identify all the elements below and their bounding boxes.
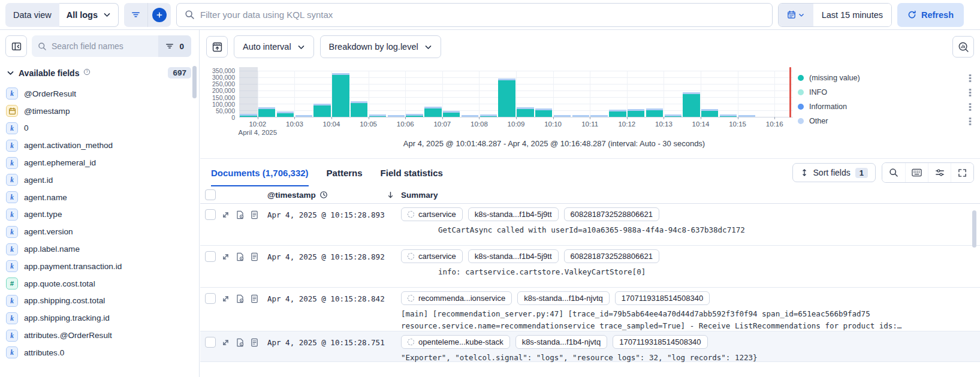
document-row[interactable]: Apr 4, 2025 @ 10:15:28.892 cartservicek8… [200,246,980,288]
histogram-bar[interactable] [646,108,663,117]
row-checkbox[interactable] [205,337,216,348]
expand-document-icon[interactable] [221,294,230,303]
histogram-bar[interactable] [720,114,737,117]
histogram-bar[interactable] [701,109,718,117]
field-search[interactable]: 0 [32,35,191,57]
histogram-bar[interactable] [480,114,497,117]
field-item[interactable]: k app.label.name [6,240,191,258]
histogram-bar[interactable] [424,107,441,117]
collapse-sidebar-button[interactable] [5,35,27,57]
histogram-bar[interactable] [462,115,478,117]
sort-direction-icon[interactable] [386,191,395,200]
summary-badge[interactable]: 1707119318514508340 [615,291,710,305]
kql-input[interactable] [200,10,764,20]
interval-dropdown[interactable]: Auto interval [234,35,314,58]
keyboard-icon[interactable] [905,163,928,182]
data-view-picker[interactable]: All logs [59,3,119,27]
histogram-bar[interactable] [498,79,515,117]
display-options-icon[interactable] [928,163,951,182]
histogram-bar[interactable] [277,111,294,117]
histogram-bar[interactable] [258,107,275,117]
select-all-checkbox[interactable] [205,189,216,200]
row-checkbox[interactable] [205,251,216,262]
summary-badge[interactable]: cartservice [401,249,463,263]
tab-documents[interactable]: Documents (1,706,332) [211,159,309,186]
data-view-control[interactable]: Data view All logs [5,3,119,27]
field-search-input[interactable] [52,41,153,51]
expand-document-icon[interactable] [221,338,230,347]
summary-badge[interactable]: k8s-standa...f1b4-5j9tt [468,249,559,263]
field-item[interactable]: k app.payment.transaction.id [6,258,191,275]
summary-badge[interactable]: k8s-standa...f1b4-njvtq [517,291,610,305]
histogram-bar[interactable] [388,115,405,117]
histogram-plot[interactable]: 10:02 10:03 10:04 10:05 10:06 10:07 10:0… [239,71,793,117]
field-item[interactable]: k attributes.0 [6,344,191,361]
field-item[interactable]: @timestamp [6,102,191,120]
sidebar-scrollbar[interactable] [192,66,197,98]
summary-badge[interactable]: openteleme...kube-stack [401,335,510,349]
histogram-bar[interactable] [240,114,257,117]
summary-badge[interactable]: 1707119318514508340 [613,335,707,349]
histogram-bar[interactable] [517,107,533,117]
breakdown-dropdown[interactable]: Breakdown by log.level [320,35,441,58]
histogram-bar[interactable] [683,92,699,117]
summary-badge[interactable]: recommenda...ionservice [401,291,512,305]
field-item[interactable]: # app.quote.cost.total [6,275,191,292]
histogram-bar[interactable] [554,115,571,117]
doc-viewer-icon[interactable] [250,252,259,261]
histogram-bar[interactable] [332,73,349,117]
histogram-bar[interactable] [665,114,682,117]
legend-actions-icon[interactable] [967,117,973,126]
doc-viewer-icon[interactable] [250,210,259,219]
legend-item[interactable]: Information [798,99,973,114]
grid-scrollbar[interactable] [972,210,976,248]
field-item[interactable]: k app.shipping.cost.total [6,292,191,310]
summary-column-header[interactable]: Summary [401,191,438,200]
summary-badge[interactable]: 6082818732528806621 [564,249,659,263]
histogram-bar[interactable] [738,115,755,117]
histogram-bar[interactable] [313,104,330,117]
degraded-doc-icon[interactable] [236,294,245,303]
row-checkbox[interactable] [205,293,216,304]
legend-item[interactable]: Other [798,114,973,128]
tab-patterns[interactable]: Patterns [327,159,363,186]
legend-item[interactable]: INFO [798,85,973,99]
legend-actions-icon[interactable] [967,102,973,111]
summary-badge[interactable]: k8s-standa...f1b4-5j9tt [468,207,559,221]
fullscreen-icon[interactable] [951,163,973,182]
filter-icon[interactable] [124,3,147,27]
add-filter-button[interactable] [147,3,171,27]
refresh-button[interactable]: Refresh [897,3,964,27]
doc-viewer-icon[interactable] [250,338,259,347]
field-item[interactable]: k agent.name [6,189,191,206]
expand-document-icon[interactable] [221,252,230,261]
field-filter-control[interactable]: 0 [158,35,191,57]
chart-inspect-icon[interactable] [952,36,974,58]
document-row[interactable]: Apr 4, 2025 @ 10:15:28.751 openteleme...… [200,331,980,362]
document-row[interactable]: Apr 4, 2025 @ 10:15:28.842 recommenda...… [200,288,980,331]
search-in-table-icon[interactable] [882,163,905,182]
degraded-doc-icon[interactable] [236,210,245,219]
field-item[interactable]: k 0 [6,120,191,137]
summary-badge[interactable]: 6082818732528806621 [564,207,659,221]
legend-actions-icon[interactable] [967,74,973,83]
tab-field-statistics[interactable]: Field statistics [381,159,443,186]
time-range-value[interactable]: Last 15 minutes [813,4,891,26]
timestamp-column-header[interactable]: @timestamp [267,191,328,200]
kql-search-bar[interactable] [176,3,773,27]
histogram-bar[interactable] [590,115,607,117]
field-item[interactable]: k attributes.@OrderResult [6,327,191,344]
field-item[interactable]: k @OrderResult [6,85,191,102]
histogram-bar[interactable] [351,101,367,117]
field-item[interactable]: k agent.ephemeral_id [6,154,191,171]
row-checkbox[interactable] [205,209,216,220]
histogram-bar[interactable] [295,115,312,117]
histogram-bar[interactable] [535,108,552,117]
histogram-bar[interactable] [609,110,626,117]
degraded-doc-icon[interactable] [236,338,245,347]
available-fields-header[interactable]: Available fields ? 697 [0,62,199,81]
summary-badge[interactable]: k8s-standa...f1b4-njvtq [515,335,608,349]
histogram-bar[interactable] [443,111,460,117]
histogram-bar[interactable] [572,115,589,117]
document-row[interactable]: Apr 4, 2025 @ 10:15:28.893 cartservicek8… [200,204,980,246]
